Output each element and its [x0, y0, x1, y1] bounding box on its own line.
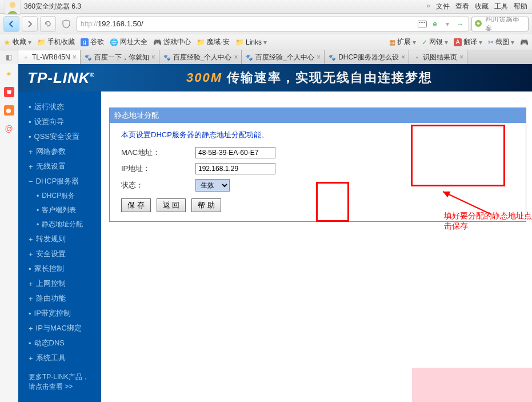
router-slogan: 300M 传输速率，实现无线自由连接梦想: [186, 69, 433, 86]
browser-title: 360安全浏览器 6.3: [24, 2, 426, 11]
grid-icon: ▦: [389, 38, 395, 46]
nav-item[interactable]: 无线设置: [18, 159, 101, 174]
bookmark-item[interactable]: 📁魔域-安: [197, 37, 230, 47]
status-select[interactable]: 生效: [195, 179, 230, 192]
ext-label: 扩展: [397, 37, 411, 47]
go-arrow-icon[interactable]: →: [455, 19, 465, 29]
mac-input[interactable]: [195, 147, 275, 158]
user-avatar-icon[interactable]: [5, 0, 21, 15]
tab[interactable]: 🐾 DHCP服务器怎么设 ×: [325, 50, 409, 64]
translate-icon: A: [454, 38, 462, 46]
form-row-status: 状态： 生效: [121, 179, 514, 192]
router-header: TP-LINK® 300M 传输速率，实现无线自由连接梦想: [18, 64, 532, 91]
bookmark-item[interactable]: 🎮游戏中心: [153, 37, 191, 47]
close-icon[interactable]: ×: [459, 53, 463, 61]
bookmark-item[interactable]: g谷歌: [81, 37, 104, 47]
nav-item[interactable]: QSS安全设置: [18, 129, 101, 144]
dropdown-icon[interactable]: ▾: [442, 19, 453, 29]
close-icon[interactable]: ×: [401, 53, 405, 61]
nav-item[interactable]: 转发规则: [18, 232, 101, 246]
compat-e-icon[interactable]: e: [430, 19, 440, 29]
game-icon-button[interactable]: 🎮: [520, 38, 529, 46]
refresh-button[interactable]: [40, 16, 56, 32]
translate-button[interactable]: A翻译▾: [454, 37, 482, 47]
nav-item[interactable]: 系统工具: [18, 351, 101, 365]
shield-icon[interactable]: [58, 16, 74, 32]
bookmark-item[interactable]: 🌐网址大全: [110, 37, 147, 47]
tab[interactable]: ▫ 识图结果页 ×: [409, 50, 467, 64]
bookmark-item[interactable]: 📁Links▾: [235, 38, 267, 46]
star-icon: ★: [3, 38, 11, 47]
bookmark-item[interactable]: 📁手机收藏: [37, 37, 75, 47]
save-button[interactable]: 保 存: [121, 198, 151, 212]
close-icon[interactable]: ×: [234, 53, 238, 61]
url-domain: 192.168.1.50/: [98, 19, 143, 28]
keyboard-icon[interactable]: [417, 19, 427, 29]
weibo-icon[interactable]: [4, 105, 14, 116]
nav-item[interactable]: 运行状态: [18, 99, 101, 114]
tab[interactable]: 🐾 百度一下，你就知 ×: [81, 50, 159, 64]
nav-item[interactable]: 网络参数: [18, 144, 101, 159]
panel-desc: 本页设置DHCP服务器的静态地址分配功能。: [121, 130, 514, 140]
shot-label: 截图: [495, 37, 509, 47]
browser-sidebar: ★ @: [0, 64, 18, 402]
router-body: 运行状态设置向导QSS安全设置网络参数无线设置DHCP服务器DHCP服务客户端列…: [18, 91, 532, 402]
nav-subitem[interactable]: DHCP服务: [18, 189, 101, 203]
menu-tools[interactable]: 工具: [494, 2, 508, 11]
close-icon[interactable]: ×: [317, 53, 321, 61]
nav-item[interactable]: 安全设置: [18, 246, 101, 261]
nav-item[interactable]: 家长控制: [18, 261, 101, 276]
search-box[interactable]: 四川贪腐串案: [471, 17, 529, 31]
mac-label: MAC地址：: [121, 148, 195, 158]
ip-input[interactable]: [195, 163, 275, 174]
nav-item[interactable]: 路由功能: [18, 291, 101, 306]
router-page: TP-LINK® 300M 传输速率，实现无线自由连接梦想 运行状态设置向导QS…: [18, 64, 532, 402]
bookmark-label: 网址大全: [120, 37, 147, 47]
close-icon[interactable]: ×: [151, 53, 155, 61]
globe-icon: 🌐: [110, 38, 118, 46]
nav-subitem[interactable]: 静态地址分配: [18, 217, 101, 232]
menu-file[interactable]: 文件: [436, 2, 450, 11]
screenshot-button[interactable]: ✂截图▾: [488, 37, 514, 47]
panel-body: 本页设置DHCP服务器的静态地址分配功能。 MAC地址： IP地址： 状态： 生…: [110, 123, 526, 221]
tab[interactable]: 🐾 百度经验_个人中心 ×: [242, 50, 325, 64]
nav-item[interactable]: 设置向导: [18, 114, 101, 129]
back-button[interactable]: 返 回: [157, 198, 186, 212]
shield-check-icon: ✓: [422, 38, 427, 46]
tab-label: DHCP服务器怎么设: [338, 53, 399, 62]
nav-item[interactable]: IP与MAC绑定: [18, 321, 101, 336]
nav-item[interactable]: 上网控制: [18, 276, 101, 291]
help-button[interactable]: 帮 助: [191, 198, 221, 212]
gamepad-icon: 🎮: [520, 38, 529, 46]
nav-more-link[interactable]: 更多TP-LINK产品， 请点击查看 >>: [18, 365, 101, 394]
forward-button[interactable]: [22, 16, 38, 32]
folder-icon: 📁: [235, 38, 244, 46]
menu-favorites[interactable]: 收藏: [475, 2, 489, 11]
tab-label: 识图结果页: [423, 53, 457, 62]
nav-subitem[interactable]: 客户端列表: [18, 203, 101, 217]
menu-help[interactable]: 帮助: [514, 2, 527, 11]
config-panel: 静态地址分配 本页设置DHCP服务器的静态地址分配功能。 MAC地址： IP地址…: [109, 108, 526, 222]
tab-label: 百度一下，你就知: [94, 53, 149, 62]
nav-item[interactable]: DHCP服务器: [18, 174, 101, 189]
star-fav-icon[interactable]: ★: [4, 69, 14, 79]
pin-tab[interactable]: ◧: [0, 50, 18, 64]
address-bar[interactable]: http://192.168.1.50/ e ▾ →: [77, 17, 469, 31]
close-icon[interactable]: ×: [73, 53, 77, 61]
netbank-button[interactable]: ✓网银▾: [422, 37, 448, 47]
tab-active[interactable]: ▫ TL-WR845N ×: [18, 50, 81, 64]
menu-view[interactable]: 查看: [455, 2, 469, 11]
baidu-icon: 🐾: [84, 53, 92, 61]
at-icon[interactable]: @: [4, 124, 14, 134]
more-icon[interactable]: »: [426, 2, 430, 11]
tab[interactable]: 🐾 百度经验_个人中心 ×: [159, 50, 242, 64]
nav-item[interactable]: IP带宽控制: [18, 306, 101, 321]
nav-item[interactable]: 动态DNS: [18, 336, 101, 351]
extensions-button[interactable]: ▦扩展▾: [389, 37, 416, 47]
back-button[interactable]: [3, 16, 19, 32]
url-prefix: http://: [81, 20, 98, 28]
favorites-button[interactable]: ★收藏▾: [3, 37, 31, 47]
shopping-icon[interactable]: [4, 87, 14, 97]
form-row-mac: MAC地址：: [121, 147, 514, 158]
page-icon: ▫: [413, 53, 421, 61]
